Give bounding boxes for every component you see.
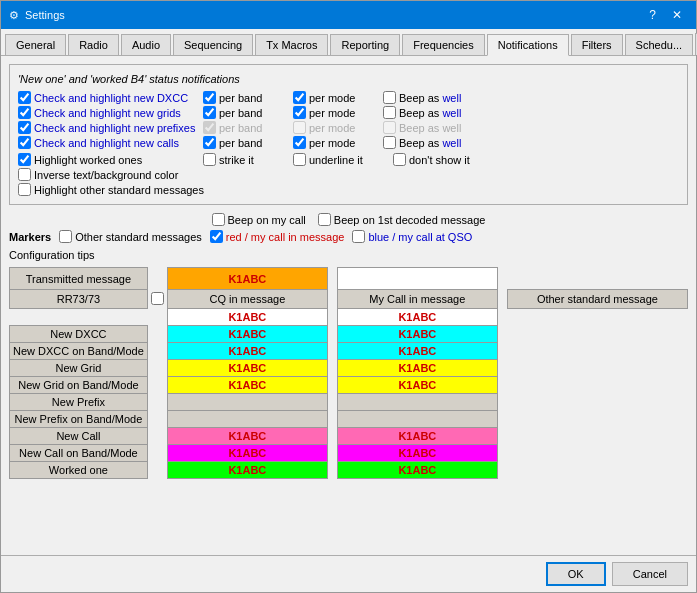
blank-mycall-cell[interactable]: K1ABC <box>337 309 497 326</box>
cancel-button[interactable]: Cancel <box>612 562 688 586</box>
table-row: New Prefix on Band/Mode <box>10 411 688 428</box>
ok-button[interactable]: OK <box>546 562 606 586</box>
red-checkbox[interactable] <box>210 230 223 243</box>
other-standard-message-btn[interactable]: Other standard message <box>507 290 687 309</box>
inverse-label[interactable]: Inverse text/background color <box>18 168 679 181</box>
dxcc-per-mode-label[interactable]: per mode <box>293 91 383 104</box>
other-std-label[interactable]: Other standard messages <box>59 230 202 243</box>
dxcc-beep-checkbox[interactable] <box>383 91 396 104</box>
check-grids-text: Check and highlight new grids <box>34 107 181 119</box>
dxcc-per-band-checkbox[interactable] <box>203 91 216 104</box>
tab-radio[interactable]: Radio <box>68 34 119 55</box>
calls-per-mode-checkbox[interactable] <box>293 136 306 149</box>
new-prefix-cq-cell[interactable] <box>167 394 327 411</box>
new-dxcc-band-cq-cell[interactable]: K1ABC <box>167 343 327 360</box>
new-prefix-band-cq-cell[interactable] <box>167 411 327 428</box>
worked-one-cq-cell[interactable]: K1ABC <box>167 462 327 479</box>
beep-decoded-label[interactable]: Beep on 1st decoded message <box>318 213 486 226</box>
dxcc-per-band-label[interactable]: per band <box>203 91 293 104</box>
grids-per-band-checkbox[interactable] <box>203 106 216 119</box>
new-prefix-mycall-cell[interactable] <box>337 394 497 411</box>
tab-audio[interactable]: Audio <box>121 34 171 55</box>
tab-filters[interactable]: Filters <box>571 34 623 55</box>
transmitted-cq-cell[interactable]: K1ABC <box>167 268 327 290</box>
blue-label[interactable]: blue / my call at QSO <box>352 230 472 243</box>
check-calls-label[interactable]: Check and highlight new calls <box>18 136 203 149</box>
grids-beep-label[interactable]: Beep as well <box>383 106 523 119</box>
beep-my-call-checkbox[interactable] <box>212 213 225 226</box>
prefixes-beep-checkbox[interactable] <box>383 121 396 134</box>
strike-checkbox[interactable] <box>203 153 216 166</box>
check-grids-checkbox[interactable] <box>18 106 31 119</box>
new-grid-mycall-cell[interactable]: K1ABC <box>337 360 497 377</box>
calls-per-band-checkbox[interactable] <box>203 136 216 149</box>
transmitted-mycall-cell[interactable] <box>337 268 497 290</box>
calls-beep-checkbox[interactable] <box>383 136 396 149</box>
check-calls-checkbox[interactable] <box>18 136 31 149</box>
calls-beep-label[interactable]: Beep as well <box>383 136 523 149</box>
section-title: 'New one' and 'worked B4' status notific… <box>18 73 679 85</box>
underline-checkbox[interactable] <box>293 153 306 166</box>
grids-per-band-label[interactable]: per band <box>203 106 293 119</box>
tab-schedule[interactable]: Schedu... <box>625 34 693 55</box>
calls-per-mode-label[interactable]: per mode <box>293 136 383 149</box>
help-button[interactable]: ? <box>643 6 662 24</box>
dxcc-per-mode-checkbox[interactable] <box>293 91 306 104</box>
tab-reporting[interactable]: Reporting <box>330 34 400 55</box>
tab-tx-macros[interactable]: Tx Macros <box>255 34 328 55</box>
new-call-band-cq-cell[interactable]: K1ABC <box>167 445 327 462</box>
new-dxcc-band-mycall-cell[interactable]: K1ABC <box>337 343 497 360</box>
beep-decoded-checkbox[interactable] <box>318 213 331 226</box>
dxcc-beep-label[interactable]: Beep as well <box>383 91 523 104</box>
highlight-other-label[interactable]: Highlight other standard messages <box>18 183 679 196</box>
red-label[interactable]: red / my call in message <box>210 230 345 243</box>
dontshow-checkbox[interactable] <box>393 153 406 166</box>
new-dxcc-cq-cell[interactable]: K1ABC <box>167 326 327 343</box>
new-prefix-band-mycall-cell[interactable] <box>337 411 497 428</box>
calls-per-band-label[interactable]: per band <box>203 136 293 149</box>
table-row: New DXCC on Band/Mode K1ABC K1ABC <box>10 343 688 360</box>
prefixes-per-band-label[interactable]: per band <box>203 121 293 134</box>
grids-beep-checkbox[interactable] <box>383 106 396 119</box>
new-grid-cq-cell[interactable]: K1ABC <box>167 360 327 377</box>
underline-label[interactable]: underline it <box>293 153 393 166</box>
tab-notifications[interactable]: Notifications <box>487 34 569 56</box>
row-label-new-grid: New Grid <box>10 360 148 377</box>
prefixes-per-band-checkbox[interactable] <box>203 121 216 134</box>
tab-general[interactable]: General <box>5 34 66 55</box>
check-grids-label[interactable]: Check and highlight new grids <box>18 106 203 119</box>
tab-frequencies[interactable]: Frequencies <box>402 34 485 55</box>
prefixes-per-mode-checkbox[interactable] <box>293 121 306 134</box>
new-call-cq-cell[interactable]: K1ABC <box>167 428 327 445</box>
prefixes-beep-label[interactable]: Beep as well <box>383 121 523 134</box>
row-label-worked-one: Worked one <box>10 462 148 479</box>
grids-per-mode-checkbox[interactable] <box>293 106 306 119</box>
check-dxcc-checkbox[interactable] <box>18 91 31 104</box>
check-prefixes-label[interactable]: Check and highlight new prefixes <box>18 121 203 134</box>
rr73-checkbox-cell[interactable] <box>147 290 167 309</box>
new-call-band-mycall-cell[interactable]: K1ABC <box>337 445 497 462</box>
highlight-other-checkbox[interactable] <box>18 183 31 196</box>
grids-per-mode-label[interactable]: per mode <box>293 106 383 119</box>
tab-sequencing[interactable]: Sequencing <box>173 34 253 55</box>
prefixes-per-mode-label[interactable]: per mode <box>293 121 383 134</box>
beep-my-call-label[interactable]: Beep on my call <box>212 213 306 226</box>
new-dxcc-mycall-cell[interactable]: K1ABC <box>337 326 497 343</box>
new-grid-band-mycall-cell[interactable]: K1ABC <box>337 377 497 394</box>
blank-cq-cell[interactable]: K1ABC <box>167 309 327 326</box>
rr73-checkbox[interactable] <box>151 292 164 305</box>
other-std-checkbox[interactable] <box>59 230 72 243</box>
close-button[interactable]: ✕ <box>666 6 688 24</box>
highlight-worked-checkbox[interactable] <box>18 153 31 166</box>
check-dxcc-label[interactable]: Check and highlight new DXCC <box>18 91 203 104</box>
check-prefixes-checkbox[interactable] <box>18 121 31 134</box>
highlight-worked-label[interactable]: Highlight worked ones <box>18 153 203 166</box>
settings-window: ⚙ Settings ? ✕ General Radio Audio Seque… <box>0 0 697 593</box>
blue-checkbox[interactable] <box>352 230 365 243</box>
worked-one-mycall-cell[interactable]: K1ABC <box>337 462 497 479</box>
strike-label[interactable]: strike it <box>203 153 293 166</box>
new-call-mycall-cell[interactable]: K1ABC <box>337 428 497 445</box>
inverse-checkbox[interactable] <box>18 168 31 181</box>
dontshow-label[interactable]: don't show it <box>393 153 533 166</box>
new-grid-band-cq-cell[interactable]: K1ABC <box>167 377 327 394</box>
